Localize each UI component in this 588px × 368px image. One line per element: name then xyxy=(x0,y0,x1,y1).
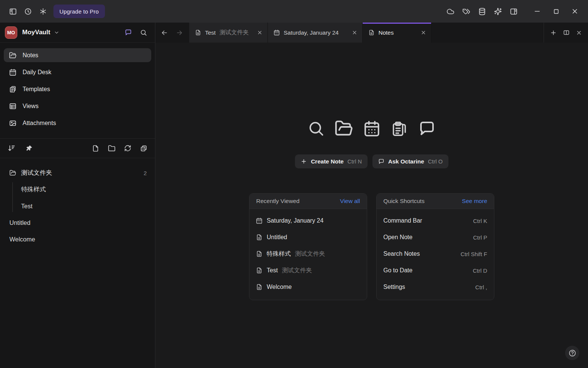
sort-button[interactable] xyxy=(8,144,15,152)
close-icon xyxy=(571,8,579,15)
sync-cloud-button[interactable] xyxy=(443,4,458,19)
tree-item[interactable]: Test xyxy=(21,198,155,214)
list-item[interactable]: Test 测试文件夹 xyxy=(249,262,367,279)
ask-octarine-label: Ask Octarine xyxy=(388,158,424,165)
toggle-sidebar-button[interactable] xyxy=(5,4,20,19)
create-note-label: Create Note xyxy=(311,158,343,165)
calendar-icon xyxy=(9,69,17,76)
help-icon xyxy=(568,349,576,357)
upgrade-to-pro-button[interactable]: Upgrade to Pro xyxy=(53,5,105,18)
quick-shortcuts-list: Command Bar Ctrl K Open Note Ctrl P Sear… xyxy=(377,209,494,299)
ask-octarine-shortcut: Ctrl O xyxy=(428,158,442,165)
app-window: Upgrade to Pro MO MoyVault xyxy=(0,0,588,368)
network-icon xyxy=(39,8,47,15)
ask-octarine-button[interactable]: Ask Octarine Ctrl O xyxy=(372,154,448,168)
new-folder-button[interactable] xyxy=(108,145,115,152)
close-tab-button[interactable] xyxy=(257,30,263,35)
split-view-button[interactable] xyxy=(563,29,570,36)
search-button[interactable] xyxy=(137,26,150,39)
sidebar-item-daily-desk[interactable]: Daily Desk xyxy=(4,65,151,79)
file-tree: 测试文件夹 2 特殊样式 Test Untitled Welcome xyxy=(0,158,155,254)
close-tab-button[interactable] xyxy=(421,30,426,35)
tree-item[interactable]: 特殊样式 xyxy=(21,181,155,198)
collapse-all-icon xyxy=(140,145,147,152)
dashboard-panels: Recently Viewed View all Saturday, Janua… xyxy=(249,193,494,300)
chat-icon xyxy=(125,29,132,36)
chat-button[interactable] xyxy=(122,26,135,39)
back-button[interactable] xyxy=(161,29,168,37)
calendar-icon xyxy=(273,29,280,36)
close-window-button[interactable] xyxy=(567,4,583,19)
refresh-button[interactable] xyxy=(124,145,131,152)
new-tab-button[interactable] xyxy=(550,29,557,36)
calendar-icon xyxy=(256,217,263,224)
item-label: Welcome xyxy=(267,284,292,290)
window-controls xyxy=(529,4,583,19)
sidebar-item-label: Daily Desk xyxy=(23,69,51,76)
close-tab-button[interactable] xyxy=(352,30,357,35)
plus-icon xyxy=(550,29,557,36)
list-item[interactable]: Untitled xyxy=(249,229,367,246)
tab-notes[interactable]: Notes xyxy=(363,23,432,43)
list-item[interactable]: Go to Date Ctrl D xyxy=(377,262,494,279)
vault-name[interactable]: MoyVault xyxy=(22,29,50,36)
image-icon xyxy=(9,119,17,127)
minimize-button[interactable] xyxy=(529,4,545,19)
shortcut-keys: Ctrl P xyxy=(473,234,488,241)
recently-viewed-list: Saturday, January 24 Untitled 特殊样式 测试文件夹 xyxy=(249,209,367,299)
list-item[interactable]: Settings Ctrl , xyxy=(377,279,494,295)
tree-folder[interactable]: 测试文件夹 2 xyxy=(0,165,155,181)
quick-shortcuts-panel: Quick Shortcuts See more Command Bar Ctr… xyxy=(376,193,494,300)
templates-icon xyxy=(9,86,17,93)
list-item[interactable]: Saturday, January 24 xyxy=(249,212,367,229)
sidebar: MO MoyVault Notes Daily Desk xyxy=(0,23,155,368)
list-item[interactable]: 特殊样式 测试文件夹 xyxy=(249,246,367,262)
sidebar-item-notes[interactable]: Notes xyxy=(4,48,151,62)
tree-item[interactable]: Untitled xyxy=(0,214,155,231)
file-text-icon xyxy=(195,29,201,36)
list-item[interactable]: Search Notes Ctrl Shift F xyxy=(377,246,494,262)
split-panel-icon xyxy=(563,29,570,36)
sidebar-item-label: Notes xyxy=(23,52,38,59)
shortcut-label: Command Bar xyxy=(383,217,422,224)
shortcut-label: Settings xyxy=(383,284,405,290)
tab-test[interactable]: Test 测试文件夹 xyxy=(189,23,268,43)
pinned-notes-button[interactable] xyxy=(25,145,33,152)
list-item[interactable]: Welcome xyxy=(249,279,367,295)
sidebar-item-templates[interactable]: Templates xyxy=(4,82,151,96)
ai-assistant-button[interactable] xyxy=(490,4,505,19)
vault-header[interactable]: MO MoyVault xyxy=(0,23,155,43)
vault-actions xyxy=(122,26,150,39)
list-item[interactable]: Command Bar Ctrl K xyxy=(377,212,494,229)
arrow-right-icon xyxy=(176,29,183,37)
empty-state-icons xyxy=(307,119,436,138)
toggle-right-panel-button[interactable] xyxy=(506,4,521,19)
help-button[interactable] xyxy=(565,346,579,360)
tags-button[interactable] xyxy=(459,4,474,19)
recently-viewed-panel: Recently Viewed View all Saturday, Janua… xyxy=(249,193,367,300)
maximize-button[interactable] xyxy=(548,4,564,19)
list-item[interactable]: Open Note Ctrl P xyxy=(377,229,494,246)
tree-item[interactable]: Welcome xyxy=(0,231,155,247)
create-note-button[interactable]: Create Note Ctrl N xyxy=(295,154,367,168)
history-button[interactable] xyxy=(20,4,35,19)
quick-shortcuts-header: Quick Shortcuts See more xyxy=(377,194,494,209)
forward-button[interactable] xyxy=(176,29,183,37)
titlebar: Upgrade to Pro xyxy=(0,0,588,23)
cloud-icon xyxy=(447,8,454,15)
tree-folder-label: 测试文件夹 xyxy=(21,169,52,177)
close-pane-button[interactable] xyxy=(576,30,582,36)
arrow-left-icon xyxy=(161,29,168,37)
database-button[interactable] xyxy=(474,4,489,19)
new-file-icon xyxy=(92,145,99,152)
vault-avatar[interactable]: MO xyxy=(5,26,17,39)
new-note-button[interactable] xyxy=(92,145,99,152)
tab-saturday-january-24[interactable]: Saturday, January 24 xyxy=(268,23,363,43)
view-all-link[interactable]: View all xyxy=(340,198,360,205)
sidebar-item-views[interactable]: Views xyxy=(4,99,151,113)
see-more-link[interactable]: See more xyxy=(462,198,487,205)
collapse-all-button[interactable] xyxy=(140,145,147,152)
sidebar-item-attachments[interactable]: Attachments xyxy=(4,116,151,130)
graph-button[interactable] xyxy=(35,4,50,19)
chat-icon xyxy=(378,158,384,165)
